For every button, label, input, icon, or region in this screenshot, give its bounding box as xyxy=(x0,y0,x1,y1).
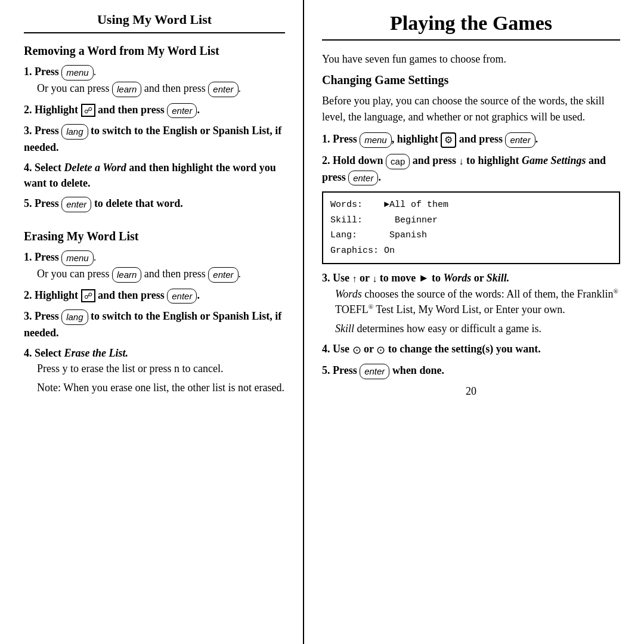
left-circle-icon: ⊙ xyxy=(352,344,361,356)
menu-key: menu xyxy=(61,250,94,266)
list-item: 4. Select Delete a Word and then highlig… xyxy=(24,160,285,191)
skill-note: Skill determines how easy or difficult a… xyxy=(335,321,620,336)
learn-key: learn xyxy=(112,82,141,97)
list-item: 1. Press menu. Or you can press learn an… xyxy=(24,64,285,97)
settings-skill: Skill: Beginner xyxy=(330,213,612,228)
right-column: Playing the Games You have seven fun gam… xyxy=(304,0,644,644)
enter-key: enter xyxy=(208,267,238,283)
book-icon: ☍ xyxy=(81,104,95,117)
erase-note1: Press y to erase the list or press n to … xyxy=(37,361,285,376)
sub-text: Or you can press learn and then press en… xyxy=(37,80,285,97)
game-steps: 1. Press menu, highlight ⚙ and press ent… xyxy=(322,131,620,185)
settings-lang: Lang: Spanish xyxy=(330,228,612,243)
menu-key: menu xyxy=(61,65,94,80)
settings-graphics: Graphics: On xyxy=(330,243,612,259)
enter-key: enter xyxy=(167,103,197,119)
enter-key: enter xyxy=(348,171,378,186)
section2-title: Erasing My Word List xyxy=(24,230,285,243)
sub-text: Or you can press learn and then press en… xyxy=(37,266,285,283)
right-rule xyxy=(322,39,620,41)
learn-key: learn xyxy=(112,267,141,283)
lang-key: lang xyxy=(61,309,88,325)
list-item: 2. Highlight ☍ and then press enter. xyxy=(24,102,285,119)
left-rule xyxy=(24,32,285,33)
enter-key: enter xyxy=(61,197,91,212)
up-arrow-icon: ↑ xyxy=(352,274,357,284)
lang-key: lang xyxy=(61,124,88,140)
erase-steps: 1. Press menu. Or you can press learn an… xyxy=(24,249,285,395)
left-header: Using My Word List xyxy=(24,12,285,27)
down-arrow-icon2: ↓ xyxy=(372,274,377,284)
left-column: Using My Word List Removing a Word from … xyxy=(0,0,304,644)
enter-key: enter xyxy=(505,132,535,148)
list-item: 1. Press menu, highlight ⚙ and press ent… xyxy=(322,131,620,148)
list-item: 5. Press enter to delete that word. xyxy=(24,196,285,212)
list-item: 3. Press lang to switch to the English o… xyxy=(24,308,285,340)
intro-text: You have seven fun games to choose from. xyxy=(322,51,620,67)
list-item: 4. Use ⊙ or ⊙ to change the setting(s) y… xyxy=(322,341,620,358)
list-item: 3. Press lang to switch to the English o… xyxy=(24,123,285,155)
list-item: 2. Highlight ☍ and then press enter. xyxy=(24,287,285,304)
settings-display-box: Words: ►All of them Skill: Beginner Lang… xyxy=(322,191,620,264)
menu-key: menu xyxy=(360,132,392,148)
enter-key: enter xyxy=(360,364,389,379)
enter-key: enter xyxy=(208,82,238,97)
right-circle-icon: ⊙ xyxy=(376,344,385,356)
game-settings-intro: Before you play, you can choose the sour… xyxy=(322,93,620,125)
right-header: Playing the Games xyxy=(322,12,620,35)
page-number: 20 xyxy=(322,385,620,398)
cap-key: cap xyxy=(386,154,410,169)
enter-key: enter xyxy=(167,289,197,304)
list-item: 3. Use ↑ or ↓ to move ► to Words or Skil… xyxy=(322,270,620,336)
remove-steps: 1. Press menu. Or you can press learn an… xyxy=(24,64,285,212)
settings-icon: ⚙ xyxy=(441,132,456,148)
list-item: 4. Select Erase the List. Press y to era… xyxy=(24,345,285,395)
list-item: 2. Hold down cap and press ↓ to highligh… xyxy=(322,153,620,186)
list-item: 5. Press enter when done. xyxy=(322,363,620,379)
words-note: Words chooses the source of the words: A… xyxy=(335,286,620,317)
list-item: 1. Press menu. Or you can press learn an… xyxy=(24,249,285,283)
section1-title: Removing a Word from My Word List xyxy=(24,44,285,58)
game-steps2: 3. Use ↑ or ↓ to move ► to Words or Skil… xyxy=(322,270,620,379)
erase-note2: Note: When you erase one list, the other… xyxy=(37,380,285,395)
book-icon: ☍ xyxy=(81,289,95,302)
page-layout: Using My Word List Removing a Word from … xyxy=(0,0,644,644)
settings-words: Words: ►All of them xyxy=(330,197,612,213)
game-settings-title: Changing Game Settings xyxy=(322,73,620,87)
